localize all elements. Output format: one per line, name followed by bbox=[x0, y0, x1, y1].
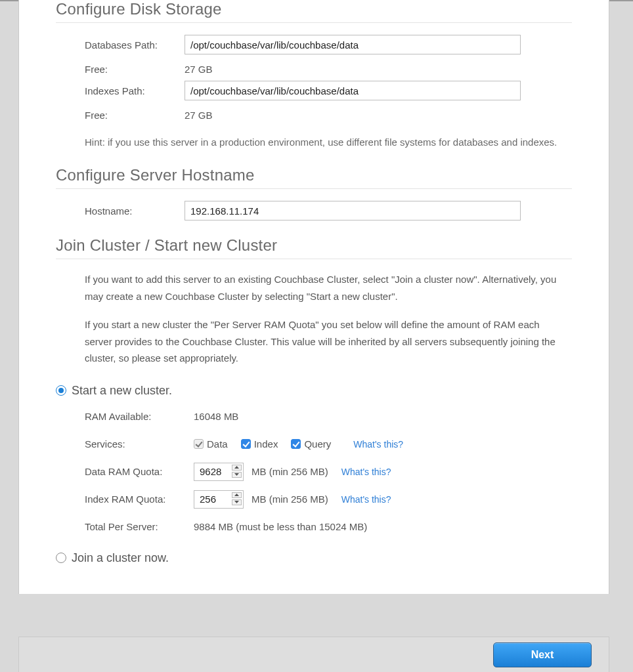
svg-marker-0 bbox=[234, 466, 239, 469]
indexes-free-value: 27 GB bbox=[185, 110, 565, 121]
section-title-cluster: Join Cluster / Start new Cluster bbox=[56, 236, 572, 255]
total-per-server-label: Total Per Server: bbox=[85, 521, 194, 532]
next-button[interactable]: Next bbox=[493, 642, 592, 667]
hostname-input[interactable] bbox=[185, 201, 521, 220]
setup-panel: Configure Disk Storage Databases Path: F… bbox=[18, 0, 609, 594]
index-quota-spinner bbox=[232, 492, 242, 505]
data-quota-down-button[interactable] bbox=[232, 472, 242, 478]
data-quota-whats-this-link[interactable]: What's this? bbox=[341, 467, 391, 477]
divider bbox=[56, 22, 572, 23]
service-index-label: Index bbox=[254, 438, 278, 450]
index-quota-whats-this-link[interactable]: What's this? bbox=[341, 494, 391, 505]
index-ram-quota-label: Index RAM Quota: bbox=[85, 494, 194, 505]
cluster-intro-2: If you start a new cluster the "Per Serv… bbox=[85, 316, 565, 367]
indexes-path-label: Indexes Path: bbox=[85, 85, 185, 96]
cluster-intro-1: If you want to add this server to an exi… bbox=[85, 271, 565, 304]
svg-marker-3 bbox=[234, 501, 239, 503]
hostname-label: Hostname: bbox=[85, 205, 185, 217]
services-label: Services: bbox=[85, 438, 194, 450]
services-whats-this-link[interactable]: What's this? bbox=[353, 439, 403, 450]
service-data-label: Data bbox=[207, 438, 228, 450]
databases-path-label: Databases Path: bbox=[85, 39, 185, 51]
section-title-disk-storage: Configure Disk Storage bbox=[56, 0, 572, 18]
chevron-down-icon bbox=[234, 473, 239, 476]
join-cluster-radio[interactable] bbox=[56, 553, 66, 563]
data-quota-spinner bbox=[232, 465, 242, 478]
ram-available-label: RAM Available: bbox=[85, 411, 194, 422]
chevron-up-icon bbox=[234, 466, 239, 469]
data-quota-unit: MB (min 256 MB) bbox=[251, 466, 328, 477]
databases-free-value: 27 GB bbox=[185, 64, 565, 75]
chevron-up-icon bbox=[234, 494, 239, 496]
indexes-free-label: Free: bbox=[85, 110, 185, 121]
service-index-checkbox[interactable] bbox=[241, 439, 251, 449]
service-query-label: Query bbox=[304, 438, 331, 450]
ram-available-value: 16048 MB bbox=[194, 411, 238, 422]
footer-bar: Next bbox=[18, 637, 609, 672]
divider bbox=[56, 188, 572, 189]
databases-path-input[interactable] bbox=[185, 35, 521, 54]
join-cluster-option[interactable]: Join a cluster now. bbox=[56, 551, 572, 565]
databases-free-label: Free: bbox=[85, 64, 185, 75]
start-cluster-label: Start a new cluster. bbox=[72, 384, 172, 398]
data-quota-up-button[interactable] bbox=[232, 465, 242, 471]
start-cluster-option[interactable]: Start a new cluster. bbox=[56, 384, 572, 398]
total-per-server-value: 9884 MB (must be less than 15024 MB) bbox=[194, 521, 367, 532]
start-cluster-radio[interactable] bbox=[56, 385, 66, 396]
indexes-path-input[interactable] bbox=[185, 81, 521, 100]
index-quota-unit: MB (min 256 MB) bbox=[251, 494, 328, 505]
index-quota-up-button[interactable] bbox=[232, 492, 242, 498]
index-quota-down-button[interactable] bbox=[232, 499, 242, 505]
section-title-hostname: Configure Server Hostname bbox=[56, 166, 572, 184]
svg-marker-2 bbox=[234, 494, 239, 496]
join-cluster-label: Join a cluster now. bbox=[72, 551, 169, 565]
disk-storage-hint: Hint: if you use this server in a produc… bbox=[85, 135, 565, 150]
service-data-checkbox bbox=[194, 439, 204, 449]
data-ram-quota-label: Data RAM Quota: bbox=[85, 466, 194, 477]
divider bbox=[56, 259, 572, 259]
service-query-checkbox[interactable] bbox=[291, 439, 301, 449]
svg-marker-1 bbox=[234, 473, 239, 476]
chevron-down-icon bbox=[234, 501, 239, 503]
